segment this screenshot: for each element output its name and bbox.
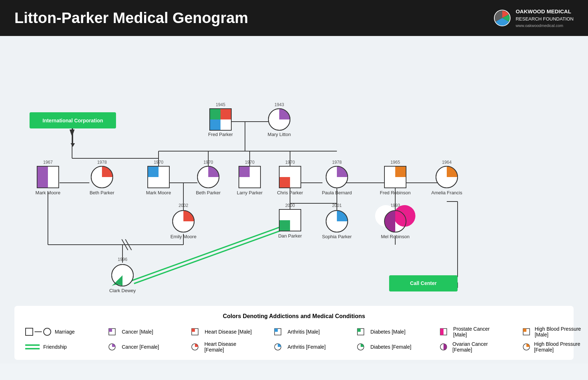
heart-female-icon xyxy=(191,343,201,351)
mark-moore-l-year: 1967 xyxy=(43,160,53,165)
heart-male-icon xyxy=(191,328,201,336)
legend-rows: Marriage Cancer [Male] Heart D xyxy=(25,326,563,353)
cancer-male-icon xyxy=(108,328,118,336)
marriage-label: Marriage xyxy=(55,329,75,335)
chris-parker-year: 1970 xyxy=(285,160,295,165)
heart-female-label: Heart Disease [Female] xyxy=(204,341,256,353)
marriage-square-icon xyxy=(25,328,33,336)
legend-title: Colors Denoting Addictions and Medical C… xyxy=(25,313,563,320)
hbp-male-icon xyxy=(522,328,531,336)
cancer-female-icon xyxy=(108,343,118,351)
friendship-line-2-icon xyxy=(25,348,40,349)
svg-line-39 xyxy=(132,227,281,281)
cancer-male-label: Cancer [Male] xyxy=(122,329,153,335)
prostate-male-icon xyxy=(440,328,450,336)
amelia-francis-name: Amelia Francis xyxy=(431,190,462,195)
hbp-female-icon xyxy=(522,343,530,351)
mel-robinson-name: Mel Robinson xyxy=(381,234,410,239)
ovarian-female-icon xyxy=(440,343,449,351)
cancer-female-label: Cancer [Female] xyxy=(122,344,159,350)
paula-bernard-name: Paula Bernard xyxy=(322,190,352,195)
intl-corp-label: International Corporation xyxy=(43,118,103,123)
page-title: Litton-Parker Medical Genogram xyxy=(14,9,248,27)
clark-dewey-year: 1996 xyxy=(118,257,128,262)
svg-rect-90 xyxy=(192,329,195,332)
svg-line-40 xyxy=(134,230,284,284)
chris-parker-name: Chris Parker xyxy=(277,190,303,195)
oakwood-logo-icon xyxy=(493,9,511,27)
larry-parker-year: 1970 xyxy=(245,160,255,165)
paula-bernard-year: 1978 xyxy=(332,160,342,165)
diabetes-female-icon xyxy=(357,343,367,351)
svg-rect-96 xyxy=(440,329,444,335)
call-center-label: Call Center xyxy=(410,280,437,286)
legend-heart-female: Heart Disease [Female] xyxy=(191,341,256,353)
fred-parker-name: Fred Parker xyxy=(208,132,233,137)
genogram-area: International Corporation Call Center 19… xyxy=(0,43,588,306)
mary-litton-name: Mary Litton xyxy=(268,132,291,137)
amelia-francis-year: 1964 xyxy=(442,160,452,165)
legend-area: Colors Denoting Addictions and Medical C… xyxy=(14,306,574,360)
arthritis-male-label: Arthritis [Male] xyxy=(288,329,320,335)
marriage-line-icon xyxy=(35,331,42,332)
heart-male-label: Heart Disease [Male] xyxy=(205,329,252,335)
ovarian-female-label: Ovarian Cancer [Female] xyxy=(453,341,504,353)
svg-rect-79 xyxy=(279,220,290,231)
svg-rect-66 xyxy=(279,177,290,188)
diabetes-male-icon xyxy=(357,328,367,336)
legend-marriage: Marriage xyxy=(25,328,90,336)
beth-parker-r-name: Beth Parker xyxy=(196,190,221,195)
legend-hbp-female: High Blood Pressure [Female] xyxy=(522,341,587,353)
legend-row-2: Friendship Cancer [Female] Hea xyxy=(25,341,563,353)
emily-moore-name: Emily Moore xyxy=(170,234,196,239)
marriage-circle-icon xyxy=(43,328,51,336)
legend-arthritis-male: Arthritis [Male] xyxy=(274,328,339,336)
svg-rect-94 xyxy=(357,329,361,332)
dan-parker-name: Dan Parker xyxy=(278,233,302,239)
svg-rect-48 xyxy=(220,119,231,130)
genogram-svg: International Corporation Call Center 19… xyxy=(0,43,588,306)
prostate-male-label: Prostate Cancer [Male] xyxy=(453,326,504,338)
clark-dewey-name: Clark Dewey xyxy=(109,288,136,293)
fred-robinson-year: 1965 xyxy=(391,160,400,165)
mary-litton-year: 1943 xyxy=(275,102,284,107)
legend-diabetes-female: Diabetes [Female] xyxy=(357,343,422,351)
legend-hbp-male: High Blood Pressure [Male] xyxy=(522,326,587,338)
legend-prostate-male: Prostate Cancer [Male] xyxy=(440,326,504,338)
svg-rect-47 xyxy=(210,119,220,130)
legend-cancer-female: Cancer [Female] xyxy=(108,343,173,351)
marriage-symbol xyxy=(25,328,51,336)
legend-row-1: Marriage Cancer [Male] Heart D xyxy=(25,326,563,338)
mark-moore-r-name: Mark Moore xyxy=(146,190,171,195)
emily-moore-year: 2002 xyxy=(179,203,188,208)
app-header: Litton-Parker Medical Genogram OAKWOOD M… xyxy=(0,0,588,36)
beth-parker-l-name: Beth Parker xyxy=(90,190,115,195)
diabetes-female-label: Diabetes [Female] xyxy=(370,344,411,350)
svg-marker-43 xyxy=(71,143,75,147)
legend-ovarian-female: Ovarian Cancer [Female] xyxy=(440,341,504,353)
diabetes-male-label: Diabetes [Male] xyxy=(370,329,405,335)
friendship-label: Friendship xyxy=(43,344,67,350)
friendship-symbol xyxy=(25,344,40,349)
svg-rect-92 xyxy=(275,329,278,332)
legend-arthritis-female: Arthritis [Female] xyxy=(274,343,339,351)
logo-text: OAKWOOD MEDICAL RESEARCH FOUNDATION www.… xyxy=(516,8,574,29)
arthritis-female-label: Arthritis [Female] xyxy=(288,344,326,350)
legend-friendship: Friendship xyxy=(25,344,90,350)
svg-rect-53 xyxy=(37,166,48,188)
hbp-female-label: High Blood Pressure [Female] xyxy=(534,341,587,353)
legend-diabetes-male: Diabetes [Male] xyxy=(357,328,422,336)
svg-rect-88 xyxy=(109,329,112,332)
larry-parker-name: Larry Parker xyxy=(237,190,263,195)
beth-parker-l-year: 1978 xyxy=(97,160,107,165)
mark-moore-r-year: 1970 xyxy=(154,160,164,165)
main-content: International Corporation Call Center 19… xyxy=(0,36,588,363)
beth-parker-r-year: 1970 xyxy=(204,160,213,165)
sophia-parker-name: Sophia Parker xyxy=(322,234,352,239)
legend-cancer-male: Cancer [Male] xyxy=(108,328,173,336)
legend-heart-male: Heart Disease [Male] xyxy=(191,328,256,336)
svg-rect-72 xyxy=(395,166,406,177)
mark-moore-l-name: Mark Moore xyxy=(35,190,60,195)
fred-parker-year: 1945 xyxy=(216,102,226,107)
sophia-parker-year: 2001 xyxy=(332,203,342,208)
